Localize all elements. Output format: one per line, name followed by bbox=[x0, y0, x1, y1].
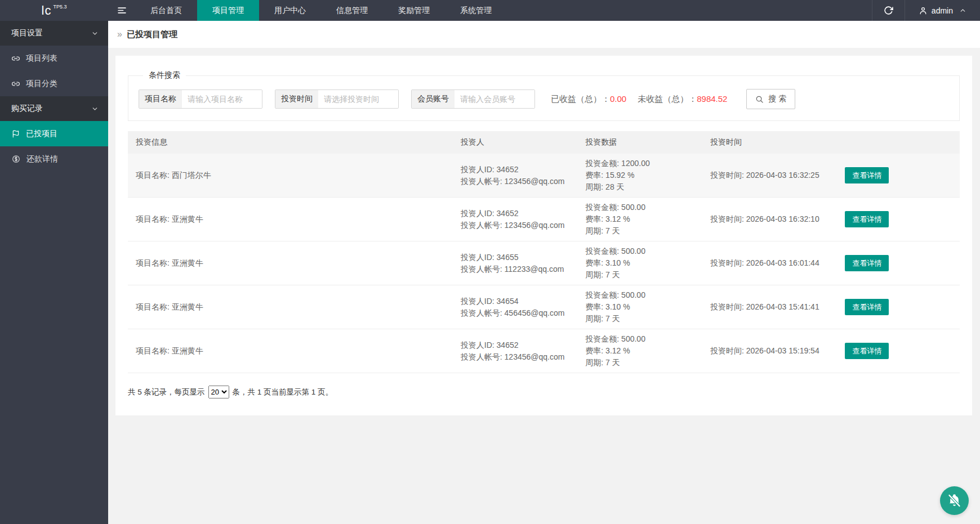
topbar-right: admin bbox=[872, 0, 980, 21]
investor-account: 投资人帐号: 112233@qq.com bbox=[461, 263, 586, 275]
project-name-field-group: 项目名称 bbox=[139, 89, 262, 109]
topnav-item[interactable]: 用户中心 bbox=[259, 0, 321, 21]
investor-account: 投资人帐号: 123456@qq.com bbox=[461, 351, 586, 363]
project-name-input[interactable] bbox=[182, 90, 262, 108]
refresh-button[interactable] bbox=[872, 0, 905, 21]
member-account-field-group: 会员账号 bbox=[411, 89, 535, 109]
dollar-icon bbox=[12, 155, 20, 163]
invest-amount: 投资金额: 1200.00 bbox=[585, 158, 710, 169]
project-name-cell: 项目名称: 亚洲黄牛 bbox=[128, 301, 461, 313]
investor-account: 投资人帐号: 123456@qq.com bbox=[461, 220, 586, 231]
search-button-label: 搜 索 bbox=[768, 94, 786, 104]
flag-icon bbox=[12, 130, 20, 138]
search-icon bbox=[755, 95, 764, 104]
project-name-label: 项目名称 bbox=[139, 90, 182, 108]
column-header: 投资人 bbox=[461, 137, 586, 147]
project-name-cell: 项目名称: 亚洲黄牛 bbox=[128, 345, 461, 357]
topnav-item[interactable]: 奖励管理 bbox=[383, 0, 445, 21]
search-panel-legend: 条件搜索 bbox=[143, 70, 186, 80]
invest-rate: 费率: 3.12 % bbox=[585, 213, 710, 225]
invest-rate: 费率: 15.92 % bbox=[585, 169, 710, 181]
chevron-down-icon bbox=[91, 30, 99, 37]
topnav-item[interactable]: 后台首页 bbox=[135, 0, 197, 21]
sidebar-item[interactable]: 还款详情 bbox=[0, 146, 108, 172]
investor-account: 投资人帐号: 456456@qq.com bbox=[461, 307, 586, 319]
search-panel: 条件搜索 项目名称投资时间会员账号 已收益（总）：0.00未收益（总）：8984… bbox=[128, 70, 960, 121]
view-detail-button[interactable]: 查看详情 bbox=[845, 343, 889, 359]
sidebar-group-header[interactable]: 项目设置 bbox=[0, 21, 108, 46]
invest-period: 周期: 7 天 bbox=[585, 313, 710, 325]
search-button[interactable]: 搜 索 bbox=[746, 89, 795, 109]
app-logo: lc TP5.3 bbox=[0, 0, 108, 21]
bell-off-icon bbox=[947, 493, 962, 508]
investor-cell: 投资人ID: 34652投资人帐号: 123456@qq.com bbox=[461, 339, 586, 363]
income-total-stat: 未收益（总）：8984.52 bbox=[638, 94, 727, 105]
sidebar-group-label: 购买记录 bbox=[11, 104, 43, 114]
column-header: 投资信息 bbox=[128, 137, 461, 147]
actions-cell: 查看详情 bbox=[835, 255, 960, 271]
investor-id: 投资人ID: 34652 bbox=[461, 208, 586, 220]
total-label: 未收益（总）： bbox=[638, 94, 697, 104]
topnav-item[interactable]: 系统管理 bbox=[445, 0, 507, 21]
notifications-fab-button[interactable] bbox=[940, 486, 969, 515]
view-detail-button[interactable]: 查看详情 bbox=[845, 211, 889, 227]
sidebar-item-label: 还款详情 bbox=[26, 154, 58, 164]
view-detail-button[interactable]: 查看详情 bbox=[845, 299, 889, 315]
investor-cell: 投资人ID: 34652投资人帐号: 123456@qq.com bbox=[461, 164, 586, 187]
table-header-row: 投资信息投资人投资数据投资时间 bbox=[128, 131, 960, 154]
invest-time-cell: 投资时间: 2026-04-03 16:32:10 bbox=[710, 213, 835, 225]
project-name-cell: 项目名称: 西门塔尔牛 bbox=[128, 169, 461, 181]
topnav-item[interactable]: 项目管理 bbox=[197, 0, 259, 21]
table-body: 项目名称: 西门塔尔牛投资人ID: 34652投资人帐号: 123456@qq.… bbox=[128, 154, 960, 373]
sidebar-item[interactable]: 项目分类 bbox=[0, 71, 108, 96]
menu-toggle-button[interactable] bbox=[108, 0, 135, 21]
invest-period: 周期: 7 天 bbox=[585, 357, 710, 369]
breadcrumb-arrow-icon: » bbox=[117, 29, 122, 39]
view-detail-button[interactable]: 查看详情 bbox=[845, 167, 889, 183]
user-icon bbox=[919, 6, 928, 15]
table-row: 项目名称: 亚洲黄牛投资人ID: 34654投资人帐号: 456456@qq.c… bbox=[128, 285, 960, 329]
invest-time-cell: 投资时间: 2026-04-03 15:19:54 bbox=[710, 345, 835, 357]
sidebar-item-label: 项目列表 bbox=[26, 53, 57, 64]
income-total-stat: 已收益（总）：0.00 bbox=[551, 94, 626, 105]
total-label: 已收益（总）： bbox=[551, 94, 610, 104]
pagination-prefix: 共 5 条记录，每页显示 bbox=[128, 387, 205, 397]
project-name-cell: 项目名称: 亚洲黄牛 bbox=[128, 257, 461, 269]
records-table: 投资信息投资人投资数据投资时间 项目名称: 西门塔尔牛投资人ID: 34652投… bbox=[128, 131, 960, 373]
member-account-input[interactable] bbox=[455, 90, 534, 108]
invest-time-cell: 投资时间: 2026-04-03 16:32:25 bbox=[710, 169, 835, 181]
search-totals: 已收益（总）：0.00未收益（总）：8984.52 bbox=[551, 94, 738, 105]
sidebar-item-label: 项目分类 bbox=[26, 79, 57, 89]
pagination: 共 5 条记录，每页显示 20 条，共 1 页当前显示第 1 页。 bbox=[128, 386, 960, 398]
sidebar-item[interactable]: 项目列表 bbox=[0, 46, 108, 71]
view-detail-button[interactable]: 查看详情 bbox=[845, 255, 889, 271]
topnav-item[interactable]: 信息管理 bbox=[321, 0, 383, 21]
sidebar-item[interactable]: 已投项目 bbox=[0, 121, 108, 146]
table-row: 项目名称: 西门塔尔牛投资人ID: 34652投资人帐号: 123456@qq.… bbox=[128, 154, 960, 198]
invest-period: 周期: 7 天 bbox=[585, 269, 710, 281]
invest-rate: 费率: 3.10 % bbox=[585, 257, 710, 269]
user-menu[interactable]: admin bbox=[905, 0, 980, 21]
investor-id: 投资人ID: 34652 bbox=[461, 339, 586, 351]
actions-cell: 查看详情 bbox=[835, 211, 960, 227]
invest-amount: 投资金额: 500.00 bbox=[585, 201, 710, 213]
table-row: 项目名称: 亚洲黄牛投资人ID: 34655投资人帐号: 112233@qq.c… bbox=[128, 241, 960, 285]
invest-time-input[interactable] bbox=[318, 90, 398, 108]
investor-id: 投资人ID: 34655 bbox=[461, 252, 586, 263]
topnav: 后台首页项目管理用户中心信息管理奖励管理系统管理 bbox=[135, 0, 507, 21]
username: admin bbox=[932, 6, 953, 15]
sidebar-group-header[interactable]: 购买记录 bbox=[0, 96, 108, 121]
per-page-select[interactable]: 20 bbox=[208, 386, 229, 398]
invest-data-cell: 投资金额: 500.00费率: 3.10 %周期: 7 天 bbox=[585, 289, 710, 325]
invest-amount: 投资金额: 500.00 bbox=[585, 245, 710, 257]
link-icon bbox=[12, 55, 20, 62]
investor-cell: 投资人ID: 34652投资人帐号: 123456@qq.com bbox=[461, 208, 586, 231]
page-title: 已投项目管理 bbox=[127, 29, 177, 40]
logo-version: TP5.3 bbox=[53, 4, 66, 10]
hamburger-icon bbox=[117, 5, 127, 16]
search-fields: 项目名称投资时间会员账号 bbox=[139, 89, 547, 109]
invest-rate: 费率: 3.10 % bbox=[585, 301, 710, 313]
investor-cell: 投资人ID: 34655投资人帐号: 112233@qq.com bbox=[461, 252, 586, 275]
invest-time-label: 投资时间 bbox=[275, 90, 318, 108]
invest-period: 周期: 7 天 bbox=[585, 225, 710, 237]
